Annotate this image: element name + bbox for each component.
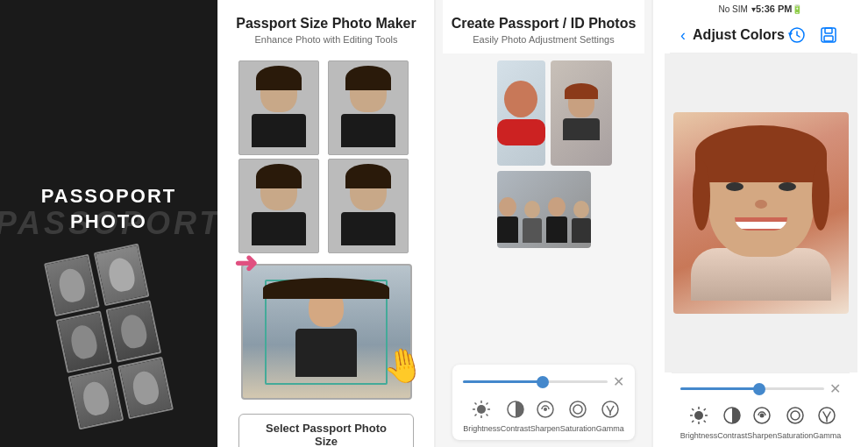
close-button-3[interactable]: ✕ [613, 373, 624, 390]
nav-bar: ‹ Adjust Colors [670, 18, 851, 53]
save-button[interactable] [816, 23, 841, 47]
clock: 5:36 PM [756, 4, 793, 14]
passport-photo-grid-item [328, 159, 409, 253]
svg-line-7 [487, 403, 488, 405]
panel-3: Create Passport / ID Photos Easily Photo… [435, 0, 652, 447]
history-icon [787, 25, 807, 45]
panel-1: PASSOPORT PASSOPORT PHOTO [0, 0, 217, 447]
tool-saturation-4[interactable]: Saturation [777, 402, 813, 440]
panel-2: Passport Size Photo Maker Enhance Photo … [217, 0, 435, 447]
svg-line-5 [475, 403, 477, 405]
arrow-icon: ➜ [234, 246, 258, 280]
saturation-icon-4 [782, 402, 808, 429]
sharpen-icon-4 [749, 402, 775, 429]
nav-title: Adjust Colors [693, 27, 785, 43]
brightness-label-4: Brightness [680, 431, 718, 440]
svg-rect-18 [825, 28, 832, 33]
strip-photo [94, 244, 150, 306]
svg-point-0 [477, 405, 486, 414]
svg-rect-19 [824, 36, 833, 41]
strip-photo [117, 357, 174, 419]
group-photo [497, 171, 591, 248]
strip-photo [56, 310, 112, 372]
status-right: 🔋 [792, 4, 802, 14]
brightness-label: Brightness [463, 424, 501, 433]
strip-photo [68, 367, 124, 429]
tool-gamma[interactable]: Gamma [596, 397, 624, 433]
passport-photo-grid-item [238, 60, 319, 155]
contrast-label-4: Contrast [717, 431, 747, 440]
svg-line-27 [704, 408, 706, 410]
gamma-label: Gamma [596, 424, 624, 433]
panel-4: No SIM ▾ 5:36 PM 🔋 ‹ Adjust Colors [652, 0, 868, 447]
history-button[interactable] [785, 23, 809, 47]
hand-icon: 🤚 [379, 343, 426, 387]
panel1-title: PASSOPORT PHOTO [41, 184, 177, 234]
id-portrait-photo [551, 60, 612, 166]
tool-contrast-4[interactable]: Contrast [717, 402, 747, 440]
battery-icon: 🔋 [792, 4, 802, 14]
svg-point-11 [544, 408, 547, 411]
slider-thumb-3[interactable] [537, 376, 549, 388]
saturation-label-4: Saturation [777, 431, 813, 440]
passport-photo-grid-item [238, 159, 319, 253]
tool-sharpen[interactable]: Sharpen [530, 397, 560, 433]
brightness-icon-4 [686, 402, 712, 429]
contrast-label: Contrast [501, 424, 530, 433]
panel2-title: Passport Size Photo Maker [236, 16, 416, 32]
tool-brightness-4[interactable]: Brightness [680, 402, 718, 440]
slider-thumb-4[interactable] [753, 383, 765, 395]
slider-track-3[interactable] [463, 380, 608, 383]
tool-sharpen-4[interactable]: Sharpen [747, 402, 777, 440]
panel1-content: PASSOPORT PHOTO [0, 0, 217, 447]
tool-brightness[interactable]: Brightness [463, 397, 501, 433]
person-head [309, 287, 344, 327]
camera-person [295, 287, 357, 377]
svg-line-25 [692, 408, 694, 410]
gamma-label-4: Gamma [813, 431, 841, 440]
contrast-icon [503, 397, 528, 422]
slider-row-3: ✕ [463, 373, 624, 390]
svg-point-31 [760, 414, 765, 418]
svg-line-8 [475, 415, 477, 416]
status-bar: No SIM ▾ 5:36 PM 🔋 [708, 0, 814, 18]
slider-fill-3 [463, 380, 543, 383]
strip-photo [44, 254, 100, 316]
slider-track-4[interactable] [680, 387, 825, 390]
tool-gamma-4[interactable]: Gamma [813, 402, 841, 440]
strip-photo [105, 300, 161, 362]
svg-point-32 [787, 408, 803, 423]
portrait-area [665, 53, 857, 372]
passport-photo-grid-item [328, 60, 409, 155]
adjust-bar-panel3: ✕ Brightness [452, 365, 635, 440]
svg-line-26 [704, 421, 706, 422]
nav-icons [785, 23, 841, 47]
svg-point-13 [573, 405, 582, 414]
tools-row-4: Brightness Contrast [680, 402, 842, 440]
id-selfie-photo [497, 60, 545, 166]
select-size-button[interactable]: Select Passport Photo Size [238, 414, 414, 447]
svg-line-6 [487, 415, 488, 416]
panel2-subtitle: Enhance Photo with Editing Tools [236, 34, 416, 45]
save-icon [819, 25, 838, 45]
saturation-icon [566, 397, 590, 422]
close-button-4[interactable]: ✕ [829, 380, 841, 397]
sharpen-label: Sharpen [530, 424, 560, 433]
camera-capture-box: 🤚 [241, 264, 412, 400]
status-left: No SIM ▾ [719, 4, 756, 14]
back-button[interactable]: ‹ [680, 26, 686, 45]
sharpen-label-4: Sharpen [747, 431, 777, 440]
tool-contrast[interactable]: Contrast [501, 397, 530, 433]
brightness-icon [469, 397, 494, 422]
tools-row-3: Brightness Contrast [463, 397, 624, 433]
panel2-content: ➜ 🤚 Select Passport Photo Size [218, 53, 434, 447]
gamma-icon [598, 397, 623, 422]
tool-saturation[interactable]: Saturation [560, 397, 596, 433]
svg-point-33 [791, 411, 800, 420]
svg-point-20 [694, 411, 703, 420]
gamma-icon-4 [814, 402, 840, 429]
svg-point-12 [570, 401, 586, 417]
saturation-label: Saturation [560, 424, 596, 433]
panel3-title: Create Passport / ID Photos [452, 16, 637, 32]
adjust-bar-panel4: ✕ Brightness [672, 372, 850, 447]
